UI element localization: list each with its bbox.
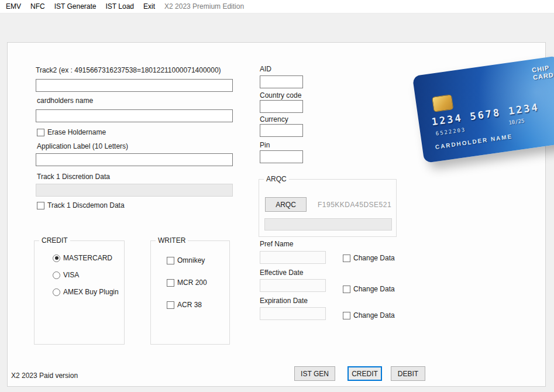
radio-mastercard[interactable]: MASTERCARD [53, 254, 112, 262]
writer-acr38-label: ACR 38 [177, 301, 202, 309]
cardholders-name-input[interactable] [36, 109, 233, 122]
radio-amex[interactable]: AMEX Buy Plugin [53, 288, 119, 296]
version-text: X2 2023 Paid version [11, 372, 78, 380]
credit-groupbox: CREDIT MASTERCARD VISA AMEX Buy Plugin [34, 240, 125, 345]
checkbox-box [343, 312, 350, 319]
card-valid-date: 10/25 [508, 118, 525, 126]
checkbox-box [167, 301, 174, 309]
change-data-label: Change Data [353, 311, 395, 319]
erase-holdername-checkbox[interactable]: Erase Holdername [37, 128, 106, 136]
arqc-value: F195KKDA45DSE521 [318, 201, 391, 209]
country-code-input[interactable] [260, 100, 303, 113]
pin-input[interactable] [260, 150, 303, 163]
menu-item-nfc[interactable]: NFC [26, 0, 50, 13]
expiration-date-label: Expiration Date [260, 297, 308, 305]
menu-item-ist-generate[interactable]: IST Generate [50, 0, 101, 13]
writer-mcr200-checkbox[interactable]: MCR 200 [167, 278, 207, 287]
pin-label: Pin [260, 141, 270, 149]
track1-discretion-input [36, 184, 233, 197]
effective-date-change-data-checkbox[interactable]: Change Data [343, 285, 395, 293]
radio-amex-label: AMEX Buy Plugin [63, 288, 119, 296]
change-data-label: Change Data [353, 254, 395, 262]
arqc-group-title: ARQC [264, 175, 289, 183]
checkbox-box [167, 279, 174, 287]
application-label-label: Application Label (10 Letters) [37, 142, 128, 150]
arqc-button[interactable]: ARQC [265, 197, 307, 212]
aid-input[interactable] [260, 75, 303, 88]
writer-acr38-checkbox[interactable]: ACR 38 [167, 301, 202, 309]
menu-bar: EMV NFC IST Generate IST Load Exit X2 20… [0, 0, 554, 13]
app-edition-title: X2 2023 Premium Edition [160, 0, 249, 13]
writer-groupbox: WRITER Omnikey MCR 200 ACR 38 [150, 240, 230, 345]
pref-name-change-data-checkbox[interactable]: Change Data [343, 254, 395, 262]
track1-discdemon-label: Track 1 Discdemon Data [47, 201, 125, 209]
debit-button[interactable]: DEBIT [391, 366, 425, 381]
checkbox-box [37, 129, 44, 136]
checkbox-box [343, 255, 350, 262]
erase-holdername-label: Erase Holdername [47, 128, 106, 136]
track1-discdemon-checkbox[interactable]: Track 1 Discdemon Data [37, 201, 125, 209]
writer-omnikey-label: Omnikey [177, 256, 205, 264]
currency-input[interactable] [260, 124, 303, 137]
menu-item-emv[interactable]: EMV [1, 0, 26, 13]
radio-visa-label: VISA [63, 271, 79, 279]
radio-circle [53, 288, 60, 296]
checkbox-box [167, 257, 174, 264]
credit-button[interactable]: CREDIT [347, 366, 382, 381]
radio-visa[interactable]: VISA [53, 271, 79, 279]
arqc-result-input [264, 218, 392, 231]
track2-label: Track2 (ex : 4915667316237538=1801221100… [36, 66, 221, 74]
radio-circle [53, 255, 60, 262]
pref-name-label: Pref Name [260, 240, 293, 248]
application-label-input[interactable] [36, 153, 233, 166]
expiration-date-change-data-checkbox[interactable]: Change Data [343, 311, 395, 319]
menu-item-exit[interactable]: Exit [139, 0, 160, 13]
credit-group-title: CREDIT [39, 236, 70, 245]
track2-input[interactable] [36, 79, 233, 92]
track1-discretion-label: Track 1 Discretion Data [37, 173, 110, 181]
ist-gen-button[interactable]: IST GEN [294, 366, 335, 381]
card-holder-name: CARDHOLDER NAME [435, 133, 513, 150]
currency-label: Currency [260, 115, 288, 123]
checkbox-box [343, 286, 350, 293]
card-chip-icon [432, 94, 453, 112]
effective-date-label: Effective Date [260, 269, 303, 277]
aid-label: AID [260, 65, 271, 73]
radio-mastercard-label: MASTERCARD [63, 254, 112, 262]
writer-omnikey-checkbox[interactable]: Omnikey [167, 256, 205, 264]
radio-circle [53, 271, 60, 279]
pref-name-input [260, 251, 326, 264]
writer-group-title: WRITER [156, 236, 188, 245]
writer-mcr200-label: MCR 200 [177, 278, 207, 287]
expiration-date-input [260, 307, 326, 320]
card-brand-text: CHIP CARD [531, 64, 554, 82]
arqc-groupbox: ARQC ARQC F195KKDA45DSE521 [259, 179, 397, 237]
checkbox-box [37, 202, 44, 209]
effective-date-input [260, 279, 326, 292]
menu-item-ist-load[interactable]: IST Load [101, 0, 139, 13]
card-sub-number: 6522203 [435, 126, 466, 136]
cardholders-name-label: cardholders name [37, 97, 93, 105]
country-code-label: Country code [260, 91, 301, 99]
change-data-label: Change Data [353, 285, 395, 293]
